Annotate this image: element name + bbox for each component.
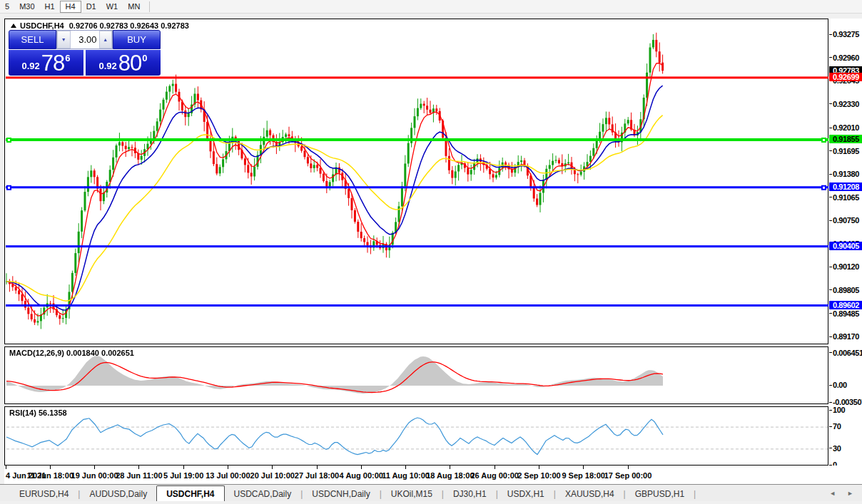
sell-price-box[interactable]: 0.92 78 6 (9, 50, 83, 76)
time-tick-label: 11 Jun 18:00 (27, 471, 73, 480)
price-marker-0.89602[interactable]: 0.89602 (829, 301, 862, 309)
chart-tab-audusd[interactable]: AUDUSD,Daily (80, 487, 156, 501)
symbol-title-line: USDCHF,H4 0.92706 0.92783 0.92643 0.9278… (11, 21, 189, 30)
macd-label: MACD(12,26,9) 0.001840 0.002651 (9, 349, 134, 357)
rsi-axis-tick: 100 (833, 406, 845, 414)
chart-tab-gbpusd[interactable]: GBPUSD,H1 (626, 487, 694, 501)
price-axis-tick: 0.92960 (833, 54, 859, 62)
axis-tick-dash (829, 336, 832, 337)
buy-button[interactable]: BUY (113, 30, 161, 49)
time-tick-label: 13 Jul 00:00 (206, 471, 250, 480)
rsi-label: RSI(14) 56.1358 (9, 408, 67, 417)
timeframe-button-d1[interactable]: D1 (81, 1, 101, 13)
price-marker-0.91208[interactable]: 0.91208 (829, 182, 862, 191)
tab-separator: | (694, 489, 696, 501)
sell-price-prefix: 0.92 (21, 61, 39, 71)
time-tick (405, 466, 406, 469)
volume-decrease-button[interactable]: ▼ (57, 31, 71, 48)
chart-window: USDCHF,H4 0.92706 0.92783 0.92643 0.9278… (4, 19, 862, 484)
time-tick (628, 466, 629, 469)
time-tick-label: 26 Aug 00:00 (470, 471, 518, 480)
time-tick (583, 466, 584, 469)
rsi-canvas[interactable] (6, 408, 828, 466)
axis-tick-dash (829, 57, 832, 58)
price-axis-tick: 0.89170 (833, 333, 859, 341)
buy-price-box[interactable]: 0.92 80 0 (86, 50, 161, 76)
time-tick (50, 466, 51, 469)
time-axis[interactable]: 4 Jun 202111 Jun 18:0019 Jun 00:0028 Jun… (4, 466, 862, 484)
one-click-trade-panel: SELL ▼ ▲ BUY 0.92 78 6 0.92 80 0 (9, 30, 161, 76)
timeframe-button-h4[interactable]: H4 (60, 1, 81, 13)
chart-tab-ukoil[interactable]: UKOil,M15 (382, 487, 442, 501)
tab-scroll-right-icon[interactable]: ► (847, 490, 853, 497)
time-tick-label: 5 Jul 19:00 (163, 471, 203, 480)
time-tick (183, 466, 184, 469)
volume-increase-button[interactable]: ▲ (99, 31, 113, 48)
axis-tick-dash (829, 150, 832, 151)
rsi-indicator-panel (4, 406, 828, 466)
macd-axis-tick: 0.006451 (833, 349, 862, 357)
axis-tick-dash (829, 34, 832, 35)
chart-tab-usdchf[interactable]: USDCHF,H4 (156, 485, 224, 501)
tab-scroll-left-icon[interactable]: ◄ (829, 490, 836, 497)
time-tick (317, 466, 318, 469)
rsi-axis-tick: 70 (833, 423, 841, 431)
price-axis-tick: 0.91380 (833, 170, 859, 178)
time-tick (272, 466, 273, 469)
time-tick-label: 19 Jun 00:00 (71, 471, 118, 480)
rsi-axis-tick: 30 (833, 445, 841, 453)
axis-tick-dash (829, 385, 832, 386)
chart-tab-usdx[interactable]: USDX,H1 (498, 487, 554, 501)
volume-input[interactable] (71, 31, 99, 48)
chart-tab-dj30[interactable]: DJ30,H1 (444, 487, 496, 501)
sell-button[interactable]: SELL (9, 30, 56, 49)
chevron-up-icon: ▲ (103, 37, 108, 42)
volume-control: ▼ ▲ (56, 30, 113, 49)
timeframe-button-w1[interactable]: W1 (101, 1, 123, 13)
price-axis-tick: 0.89485 (833, 310, 859, 318)
price-axis-tick: 0.91695 (833, 148, 859, 155)
collapse-triangle-icon[interactable] (11, 24, 16, 28)
chart-tab-bar: EURUSD,H4|AUDUSD,DailyUSDCHF,H4USDCAD,Da… (0, 484, 862, 501)
axis-tick-dash (829, 128, 832, 128)
axis-tick-dash (829, 410, 832, 411)
timeframe-buttons: 5M30H1H4D1W1MN (0, 1, 145, 13)
time-tick (450, 466, 450, 469)
chevron-down-icon: ▼ (61, 37, 66, 42)
timeframe-button-mn[interactable]: MN (123, 1, 145, 13)
time-tick (495, 466, 495, 469)
price-marker-0.90405[interactable]: 0.90405 (829, 242, 862, 250)
axis-tick-dash (829, 197, 832, 197)
tab-scroll-arrows: ◄ ► (829, 490, 853, 497)
timeframe-button-5[interactable]: 5 (0, 1, 14, 13)
price-axis[interactable]: 0.932750.929600.926450.923300.920100.916… (829, 19, 862, 466)
chart-tab-xauusd[interactable]: XAUUSD,H4 (556, 487, 624, 501)
price-marker-0.91855[interactable]: 0.91855 (829, 135, 862, 143)
timeframe-button-m30[interactable]: M30 (14, 1, 39, 13)
price-axis-tick: 0.92010 (833, 124, 859, 132)
time-tick-label: 27 Jul 18:00 (295, 471, 339, 480)
time-tick-label: 18 Aug 18:00 (426, 471, 474, 480)
time-tick (94, 466, 95, 469)
time-tick (361, 466, 362, 469)
time-tick (6, 466, 6, 469)
timeframe-button-h1[interactable]: H1 (40, 1, 60, 13)
price-marker-0.92699[interactable]: 0.92699 (829, 73, 862, 81)
buy-price-pip: 0 (142, 53, 147, 63)
axis-tick-dash (829, 448, 832, 448)
axis-tick-dash (829, 267, 832, 267)
sell-price-pip: 6 (65, 53, 70, 63)
time-tick (138, 466, 139, 469)
buy-price-main: 80 (118, 52, 141, 74)
axis-tick-dash (829, 352, 832, 353)
price-axis-tick: 0.91065 (833, 194, 859, 202)
chart-tab-usdcad[interactable]: USDCAD,Daily (225, 487, 301, 501)
chart-tab-eurusd[interactable]: EURUSD,H4 (10, 487, 78, 501)
axis-tick-dash (829, 313, 832, 314)
toolbar-divider (149, 1, 150, 12)
symbol-title: USDCHF,H4 (20, 21, 64, 30)
time-tick-label: 4 Aug 00:00 (340, 471, 383, 480)
chart-tab-usdcnh[interactable]: USDCNH,Daily (303, 487, 379, 501)
buy-price-prefix: 0.92 (98, 61, 116, 71)
chart-tabs: EURUSD,H4|AUDUSD,DailyUSDCHF,H4USDCAD,Da… (0, 485, 696, 501)
